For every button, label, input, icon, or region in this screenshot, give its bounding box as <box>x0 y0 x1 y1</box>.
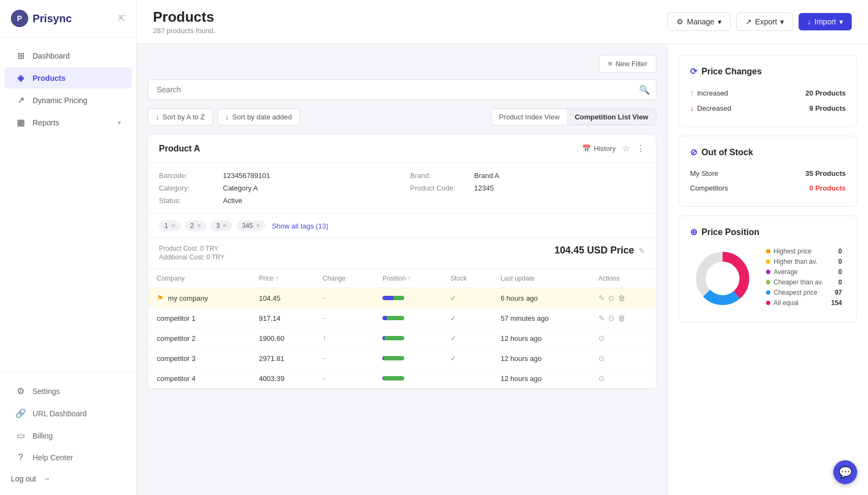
sort-view-bar: ↓ Sort by A to Z ↓ Sort by date added Pr… <box>148 109 656 125</box>
manage-button[interactable]: ⚙ Manage ▾ <box>667 12 731 31</box>
billing-icon: ▭ <box>15 430 26 441</box>
import-button[interactable]: ↓ Import ▾ <box>799 13 852 30</box>
chevron-down-icon: ▾ <box>718 17 722 26</box>
chevron-down-icon: ▾ <box>780 17 784 26</box>
history-icon[interactable]: ⊙ <box>598 354 605 363</box>
last-update-cell: 12 hours ago <box>492 348 590 369</box>
tag-item: 3 × <box>210 220 232 231</box>
check-icon: ✓ <box>450 354 456 363</box>
position-cell <box>374 328 442 348</box>
delete-icon[interactable]: 🗑 <box>618 294 626 302</box>
sidebar-item-dynamic-pricing[interactable]: ↗ Dynamic Pricing <box>4 90 132 111</box>
history-icon[interactable]: ⊙ <box>598 374 605 383</box>
filter-icon: ≡ <box>608 60 612 68</box>
sidebar-item-help-center[interactable]: ? Help Center <box>4 447 132 468</box>
position-cell <box>374 308 442 328</box>
decreased-label-area: ↓ Decreased <box>690 104 731 112</box>
calendar-icon: 📅 <box>582 144 591 153</box>
actions-cell: ⊙ <box>590 369 656 389</box>
tag-remove-button[interactable]: × <box>197 222 201 230</box>
price-position-panel: ⊕ Price Position <box>679 215 857 322</box>
flag-icon: ⚑ <box>157 294 164 302</box>
brand-row: Brand: Brand A <box>410 172 645 180</box>
sidebar: P Prisync ⇱ ⊞ Dashboard ◈ Products ↗ Dyn… <box>0 0 137 495</box>
table-row: competitor 2 1900.60 ↑ ✓ 12 hours ago <box>148 328 656 348</box>
product-count: 287 products found. <box>153 27 215 35</box>
show-all-tags-button[interactable]: Show all tags (13) <box>272 222 328 230</box>
history-icon[interactable]: ⊙ <box>598 334 605 342</box>
reports-icon: ▦ <box>15 117 26 128</box>
sidebar-collapse-button[interactable]: ⇱ <box>118 14 125 24</box>
history-button[interactable]: 📅 History <box>582 144 616 153</box>
sort-buttons: ↓ Sort by A to Z ↓ Sort by date added <box>148 109 300 125</box>
dynamic-pricing-icon: ↗ <box>15 95 26 105</box>
table-row: ⚑ my company 104.45 - ✓ 6 hours ago <box>148 288 656 308</box>
sidebar-item-settings[interactable]: ⚙ Settings <box>4 380 132 402</box>
sidebar-nav: ⊞ Dashboard ◈ Products ↗ Dynamic Pricing… <box>0 37 136 372</box>
sort-az-button[interactable]: ↓ Sort by A to Z <box>148 109 213 125</box>
tag-remove-button[interactable]: × <box>171 222 175 230</box>
sidebar-item-products[interactable]: ◈ Products <box>4 67 132 88</box>
out-of-stock-panel: ⊘ Out of Stock My Store 35 Products Comp… <box>679 136 857 207</box>
tag-remove-button[interactable]: × <box>223 222 227 230</box>
sidebar-item-label: Dynamic Pricing <box>33 96 87 105</box>
last-update-cell: 57 minutes ago <box>492 308 590 328</box>
sidebar-item-reports[interactable]: ▦ Reports ▾ <box>4 112 132 133</box>
new-filter-button[interactable]: ≡ New Filter <box>599 55 656 73</box>
chat-button[interactable]: 💬 <box>833 460 857 484</box>
history-icon[interactable]: ⊙ <box>608 314 615 322</box>
delete-icon[interactable]: 🗑 <box>618 314 626 322</box>
product-tags: 1 × 2 × 3 × 345 × Show all tags (13) <box>148 214 656 238</box>
table-row: competitor 3 2971.81 - ✓ 12 hours ago <box>148 348 656 369</box>
dot-icon <box>766 249 770 253</box>
sidebar-item-label: Products <box>33 74 66 82</box>
edit-icon[interactable]: ✎ <box>598 294 605 302</box>
edit-icon[interactable]: ✎ <box>598 314 605 322</box>
price-position-title: ⊕ Price Position <box>690 227 846 237</box>
sidebar-item-billing[interactable]: ▭ Billing <box>4 425 132 446</box>
position-cell <box>374 369 442 389</box>
tag-remove-button[interactable]: × <box>256 222 260 230</box>
last-update-cell: 12 hours ago <box>492 369 590 389</box>
legend-item-cheapest: Cheapest price 97 <box>766 289 842 296</box>
dot-icon <box>766 301 770 305</box>
sidebar-item-label: Settings <box>33 387 60 396</box>
competition-list-view-button[interactable]: Competition List View <box>567 109 656 125</box>
sidebar-item-label: Dashboard <box>33 52 70 60</box>
tag-item: 345 × <box>237 220 265 231</box>
actions-cell: ✎ ⊙ 🗑 <box>590 308 656 328</box>
sidebar-item-dashboard[interactable]: ⊞ Dashboard <box>4 45 132 66</box>
more-options-icon[interactable]: ⋮ <box>636 143 645 154</box>
change-cell: - <box>314 308 374 328</box>
main-price: 104.45 USD Price <box>554 245 634 256</box>
sort-date-button[interactable]: ↓ Sort by date added <box>218 109 300 125</box>
products-icon: ◈ <box>15 73 26 83</box>
logout-button[interactable]: Log out → <box>0 469 136 488</box>
arrow-up-icon: ↑ <box>323 334 327 342</box>
product-index-view-button[interactable]: Product Index View <box>492 109 567 125</box>
logo-icon: P <box>11 10 28 27</box>
status-row: Status: Active <box>159 196 394 205</box>
last-update-cell: 12 hours ago <box>492 328 590 348</box>
star-icon[interactable]: ☆ <box>622 143 630 154</box>
arrow-down-icon: ↓ <box>690 104 694 112</box>
product-details: Barcode: 123456789101 Brand: Brand A Cat… <box>148 163 656 214</box>
export-button[interactable]: ↗ Export ▾ <box>736 12 793 31</box>
actions-cell: ⊙ <box>590 348 656 369</box>
legend-item-higher: Higher than av. 0 <box>766 258 842 265</box>
import-icon: ↓ <box>807 17 811 26</box>
change-cell: - <box>314 288 374 308</box>
price-edit-icon[interactable]: ✎ <box>639 246 645 255</box>
price-changes-icon: ⟳ <box>690 66 697 77</box>
tag-item: 1 × <box>159 220 181 231</box>
out-of-stock-title: ⊘ Out of Stock <box>690 147 846 157</box>
search-input[interactable] <box>148 79 656 100</box>
sidebar-item-url-dashboard[interactable]: 🔗 URL Dashboard <box>4 403 132 424</box>
product-card-actions: 📅 History ☆ ⋮ <box>582 143 645 154</box>
page-title: Products <box>153 9 215 26</box>
logo-text: Prisync <box>33 12 72 25</box>
export-icon: ↗ <box>745 17 752 26</box>
table-row: competitor 4 4003.39 - 12 hours ago <box>148 369 656 389</box>
change-dash-icon: - <box>323 314 326 322</box>
history-icon[interactable]: ⊙ <box>608 294 615 302</box>
